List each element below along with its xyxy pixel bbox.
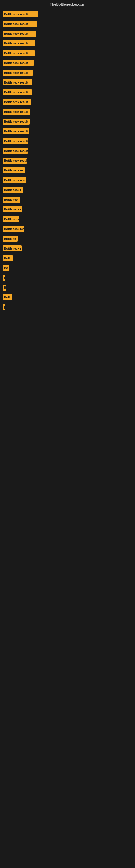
bottleneck-bar: Bottlenec xyxy=(3,197,20,203)
bottleneck-bar: Bottleneck result xyxy=(3,31,37,37)
bar-label: Bottleneck result xyxy=(4,52,28,55)
bar-label: | xyxy=(4,305,5,309)
bar-label: Bottleneck result xyxy=(4,22,28,26)
bar-row: Bottleneck result xyxy=(3,10,132,18)
bar-row: Bottleneck xyxy=(3,215,132,223)
bottleneck-bar: Bottleneck result xyxy=(3,89,32,95)
bar-label: Bottleneck result xyxy=(4,61,28,65)
bottleneck-bar: Bottleneck result xyxy=(3,119,30,124)
bar-label: Bottleneck result xyxy=(4,179,27,182)
bar-row: Bo xyxy=(3,264,132,272)
bar-label: Bottleneck re xyxy=(4,169,23,172)
bottleneck-bar: B xyxy=(3,284,6,290)
bar-label: Bottleneck result xyxy=(4,159,27,162)
bar-label: Bottleneck r xyxy=(4,208,21,211)
bar-label: Bottleneck result xyxy=(4,91,28,94)
bar-label: Bottleneck result xyxy=(4,32,28,35)
bar-row: Bottleneck result xyxy=(3,157,132,164)
bar-row: Bott xyxy=(3,254,132,262)
bottleneck-bar: Bottleneck result xyxy=(3,99,31,105)
bar-label: Bottleneck r xyxy=(4,247,21,250)
bar-label: Bottleneck result xyxy=(4,110,28,113)
bottleneck-bar: Bottleneck res xyxy=(3,226,24,232)
bar-row: Bottleneck result xyxy=(3,108,132,116)
bars-container: Bottleneck resultBottleneck resultBottle… xyxy=(0,8,135,311)
bar-row: Bottleneck result xyxy=(3,69,132,76)
bottleneck-bar: Bottleneck result xyxy=(3,109,30,115)
bottleneck-bar: Bottleneck result xyxy=(3,148,28,154)
bar-label: Bottleneck result xyxy=(4,130,28,133)
bar-row: Bottleneck result xyxy=(3,127,132,135)
bar-row: B xyxy=(3,284,132,291)
bar-label: Bottleneck result xyxy=(4,12,28,16)
bottleneck-bar: Bottleneck r xyxy=(3,187,23,193)
bottleneck-bar: Bottleneck result xyxy=(3,70,33,76)
bottleneck-bar: Bottleneck xyxy=(3,216,19,222)
bottleneck-bar: Bottleneck result xyxy=(3,50,35,56)
bottleneck-bar: Bottleneck re xyxy=(3,167,25,173)
bottleneck-bar: Bo xyxy=(3,265,9,271)
bottleneck-bar: Bottleneck result xyxy=(3,158,27,163)
bottleneck-bar: | xyxy=(3,304,5,310)
site-title-container: TheBottlenecker.com xyxy=(0,0,135,8)
bar-label: Bottleneck result xyxy=(4,140,28,143)
bar-row: Bottleneck r xyxy=(3,186,132,194)
bottleneck-bar: Bott xyxy=(3,294,12,300)
bar-row: Bottlene xyxy=(3,235,132,243)
bottleneck-bar: Bottleneck result xyxy=(3,21,37,27)
bottleneck-bar: Bottleneck result xyxy=(3,40,35,46)
bar-label: Bott xyxy=(4,257,10,260)
bar-row: Bottleneck res xyxy=(3,225,132,233)
bottleneck-bar: Bottlene xyxy=(3,236,17,242)
bar-row: Bottleneck result xyxy=(3,98,132,106)
bar-row: Bottleneck result xyxy=(3,40,132,47)
bar-row: Bottleneck result xyxy=(3,137,132,145)
bar-row: | xyxy=(3,274,132,282)
bar-label: Bottleneck res xyxy=(4,227,24,230)
bar-label: Bottleneck result xyxy=(4,81,28,84)
bar-label: Bottleneck result xyxy=(4,120,28,123)
bar-label: Bottleneck result xyxy=(4,42,28,45)
bar-row: Bottleneck result xyxy=(3,147,132,155)
bar-row: Bottleneck result xyxy=(3,79,132,86)
bar-row: Bottleneck result xyxy=(3,59,132,67)
bottleneck-bar: Bottleneck result xyxy=(3,177,27,183)
bottleneck-bar: Bott xyxy=(3,255,13,261)
bar-row: Bottleneck r xyxy=(3,245,132,252)
bar-row: Bottleneck r xyxy=(3,206,132,213)
bar-row: Bottleneck result xyxy=(3,118,132,125)
bar-row: Bott xyxy=(3,293,132,301)
bar-row: Bottleneck re xyxy=(3,166,132,174)
bar-label: | xyxy=(4,276,5,279)
bottleneck-bar: Bottleneck r xyxy=(3,246,21,251)
site-title: TheBottlenecker.com xyxy=(0,0,135,8)
bar-row: Bottleneck result xyxy=(3,88,132,96)
bar-label: Bottleneck result xyxy=(4,149,28,152)
bar-label: Bottleneck result xyxy=(4,71,28,74)
bar-label: Bottleneck result xyxy=(4,100,28,104)
bar-row: Bottleneck result xyxy=(3,30,132,37)
bar-label: Bottlenec xyxy=(4,198,17,201)
bottleneck-bar: Bottleneck result xyxy=(3,80,32,86)
bar-row: Bottlenec xyxy=(3,196,132,204)
bottleneck-bar: Bottleneck result xyxy=(3,60,34,66)
bar-label: Bottleneck r xyxy=(4,188,21,191)
bottleneck-bar: Bottleneck r xyxy=(3,207,22,212)
bottleneck-bar: Bottleneck result xyxy=(3,128,29,134)
bar-label: Bott xyxy=(4,296,10,299)
bar-label: Bo xyxy=(4,267,8,270)
bottleneck-bar: Bottleneck result xyxy=(3,11,38,17)
bar-row: | xyxy=(3,303,132,311)
bar-row: Bottleneck result xyxy=(3,176,132,184)
bottleneck-bar: Bottleneck result xyxy=(3,138,28,144)
bar-row: Bottleneck result xyxy=(3,20,132,28)
bar-label: Bottlene xyxy=(4,237,16,240)
bar-label: Bottleneck xyxy=(4,218,19,221)
bar-label: B xyxy=(4,286,6,289)
bar-row: Bottleneck result xyxy=(3,50,132,57)
bottleneck-bar: | xyxy=(3,275,5,281)
